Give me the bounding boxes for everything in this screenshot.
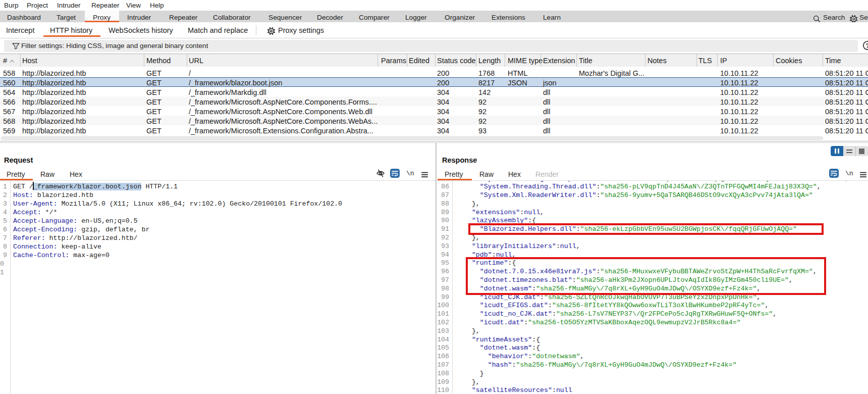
svg-text:?: ? [865,42,868,50]
